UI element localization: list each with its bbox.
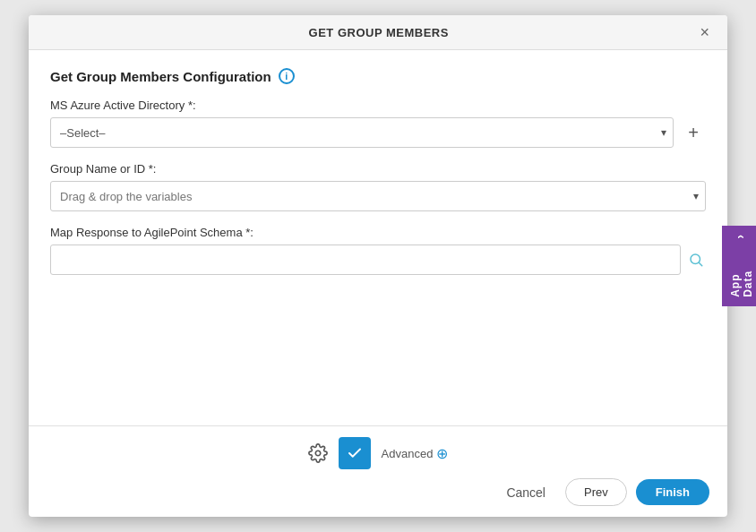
footer-top: Advanced ⊕ xyxy=(47,437,709,469)
schema-row xyxy=(50,245,706,275)
finish-button[interactable]: Finish xyxy=(636,479,709,505)
ms-azure-select-wrapper: –Select– ▾ xyxy=(50,117,674,148)
svg-line-1 xyxy=(699,262,701,265)
schema-input[interactable] xyxy=(50,245,681,275)
schema-search-button[interactable] xyxy=(686,250,706,270)
ms-azure-label: MS Azure Active Directory *: xyxy=(50,99,706,112)
ms-azure-select[interactable]: –Select– xyxy=(50,117,674,148)
modal-body: Get Group Members Configuration i MS Azu… xyxy=(29,50,727,425)
advanced-plus-icon[interactable]: ⊕ xyxy=(436,445,448,462)
advanced-label: Advanced ⊕ xyxy=(382,445,449,462)
svg-point-2 xyxy=(315,450,321,456)
gear-icon xyxy=(308,443,328,463)
svg-point-0 xyxy=(691,254,700,264)
check-circle-button[interactable] xyxy=(339,437,371,469)
add-button[interactable]: + xyxy=(681,120,706,145)
app-data-tab[interactable]: ‹ App Data xyxy=(722,226,756,306)
modal-title: GET GROUP MEMBERS xyxy=(61,26,696,39)
ms-azure-input-row: –Select– ▾ + xyxy=(50,117,706,148)
modal-overlay: GET GROUP MEMBERS × Get Group Members Co… xyxy=(0,0,756,532)
prev-button[interactable]: Prev xyxy=(565,478,627,506)
info-icon[interactable]: i xyxy=(279,68,295,84)
modal-footer: Advanced ⊕ Cancel Prev Finish xyxy=(29,425,727,517)
gear-button[interactable] xyxy=(308,443,328,463)
section-title-text: Get Group Members Configuration xyxy=(50,69,271,84)
group-name-wrapper: ▾ xyxy=(50,181,706,211)
section-title: Get Group Members Configuration i xyxy=(50,68,706,84)
group-name-group: Group Name or ID *: ▾ xyxy=(50,162,706,211)
check-icon xyxy=(347,445,363,461)
cancel-button[interactable]: Cancel xyxy=(495,480,556,505)
ms-azure-group: MS Azure Active Directory *: –Select– ▾ … xyxy=(50,99,706,148)
group-name-label: Group Name or ID *: xyxy=(50,162,706,176)
map-response-label: Map Response to AgilePoint Schema *: xyxy=(50,226,706,239)
search-icon xyxy=(688,252,704,268)
app-data-label: App Data xyxy=(729,245,754,297)
app-data-chevron: ‹ xyxy=(735,235,749,239)
modal-header: GET GROUP MEMBERS × xyxy=(29,15,727,50)
group-name-input[interactable] xyxy=(50,181,706,211)
footer-bottom: Cancel Prev Finish xyxy=(47,478,709,506)
close-button[interactable]: × xyxy=(696,24,713,40)
map-response-group: Map Response to AgilePoint Schema *: xyxy=(50,226,706,275)
modal-dialog: GET GROUP MEMBERS × Get Group Members Co… xyxy=(29,15,727,517)
